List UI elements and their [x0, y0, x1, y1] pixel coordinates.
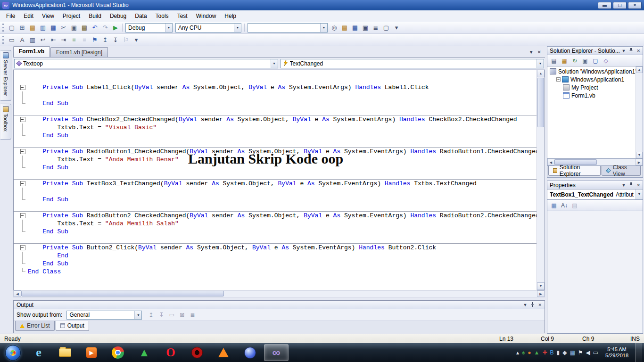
tree-collapse-icon[interactable]: − — [556, 77, 561, 82]
comment-selection-icon[interactable]: ≡ — [69, 35, 79, 45]
solution-explorer-vertical-scrollbar[interactable]: ▲ ▼ — [636, 66, 643, 158]
tray-app-icon-1[interactable]: ♠ — [522, 350, 525, 355]
menu-item-project[interactable]: Project — [58, 11, 84, 21]
action-center-icon[interactable]: ⚑ — [578, 350, 583, 355]
code-line[interactable]: Private Sub RadioButton2_CheckedChanged(… — [14, 212, 537, 220]
chevron-down-icon[interactable]: ▼ — [320, 24, 327, 32]
chevron-down-icon[interactable]: ▼ — [636, 189, 643, 199]
menu-item-data[interactable]: Data — [131, 11, 151, 21]
go-to-message-icon[interactable]: ▭ — [167, 311, 176, 319]
code-line[interactable]: End Sub — [14, 228, 537, 236]
find-in-files-icon[interactable]: ◎ — [329, 23, 339, 33]
window-position-icon[interactable]: ▼ — [622, 183, 626, 188]
menu-item-debug[interactable]: Debug — [106, 11, 131, 21]
view-designer-icon[interactable]: ▢ — [591, 57, 600, 65]
maximize-button[interactable]: ▢ — [613, 2, 627, 9]
undo-icon[interactable]: ↶ — [90, 23, 100, 33]
solution-configurations-dropdown[interactable]: Debug▼ — [125, 23, 173, 33]
display-word-completion-icon[interactable]: ↩ — [38, 35, 48, 45]
menu-item-edit[interactable]: Edit — [19, 11, 38, 21]
chevron-down-icon[interactable]: ▼ — [234, 24, 241, 32]
view-class-diagram-icon[interactable]: ◇ — [601, 57, 611, 65]
active-files-dropdown-icon[interactable]: ▼ — [529, 49, 534, 55]
fold-collapse-icon[interactable] — [14, 115, 28, 123]
cut-icon[interactable]: ✂ — [58, 23, 69, 33]
object-browser-icon[interactable]: ▣ — [360, 23, 371, 33]
taskbar-app-chrome[interactable] — [106, 344, 130, 361]
taskbar-app-opera[interactable]: O — [158, 344, 183, 361]
close-panel-icon[interactable]: ✕ — [636, 183, 640, 188]
taskbar-app-blue-app[interactable] — [238, 344, 262, 361]
fold-collapse-icon[interactable] — [14, 148, 28, 156]
chevron-down-icon[interactable]: ▼ — [271, 59, 278, 68]
solution-explorer-icon[interactable]: ▤ — [339, 23, 350, 33]
volume-icon[interactable]: ◀ — [586, 350, 590, 355]
auto-hide-pin-icon[interactable] — [629, 48, 633, 54]
save-all-icon[interactable]: ▦ — [48, 23, 58, 33]
code-line[interactable]: End Sub — [14, 196, 537, 204]
show-all-files-icon[interactable]: ▦ — [560, 57, 569, 65]
taskbar-app-visual-studio[interactable]: ∞ — [264, 344, 289, 361]
scroll-right-icon[interactable]: ▶ — [636, 159, 643, 165]
scroll-left-icon[interactable]: ◀ — [14, 290, 21, 297]
find-combo[interactable]: ▼ — [248, 23, 328, 33]
chevron-down-icon[interactable]: ▼ — [537, 59, 544, 68]
toolbar-options-icon[interactable]: ▾ — [131, 35, 141, 45]
display-quick-info-icon[interactable]: ▥ — [27, 35, 38, 45]
fold-collapse-icon[interactable] — [14, 244, 28, 252]
code-line[interactable]: End Sub — [14, 99, 537, 107]
tree-item-form1-vb[interactable]: Form1.vb — [547, 91, 636, 99]
taskbar-app-green-app[interactable]: ▲ — [132, 344, 157, 361]
open-file-icon[interactable]: ▤ — [27, 23, 38, 33]
tree-item-my-project[interactable]: My Project — [547, 83, 636, 91]
code-line[interactable]: Private Sub Button2_Click(ByVal sender A… — [14, 244, 537, 252]
panel-tab-solution-explorer[interactable]: Solution Explorer — [548, 166, 601, 176]
menu-item-view[interactable]: View — [38, 11, 58, 21]
tray-app-icon-3[interactable]: ▲ — [534, 350, 540, 355]
code-line[interactable]: Txtvb.Text = "Visual Basic" — [14, 123, 537, 132]
redo-icon[interactable]: ↷ — [100, 23, 110, 33]
events-dropdown[interactable]: TextChanged ▼ — [281, 59, 545, 68]
code-line[interactable] — [14, 188, 537, 196]
start-button[interactable] — [0, 345, 25, 361]
taskbar-app-vlc[interactable] — [211, 344, 236, 361]
close-panel-icon[interactable]: ✕ — [538, 303, 542, 307]
show-desktop-button[interactable] — [636, 343, 642, 362]
menu-item-window[interactable]: Window — [192, 11, 221, 21]
close-button[interactable]: ✕ — [628, 2, 642, 9]
toolbar-options-icon[interactable]: ▾ — [391, 23, 402, 33]
toolbox-icon[interactable]: ≣ — [371, 23, 381, 33]
code-line[interactable] — [14, 172, 537, 180]
toggle-word-wrap-icon[interactable]: ≣ — [188, 311, 197, 319]
start-debugging-icon[interactable]: ▶ — [110, 23, 121, 33]
scroll-down-icon[interactable]: ▼ — [636, 152, 643, 158]
scroll-down-icon[interactable]: ▼ — [537, 282, 545, 290]
panel-tab-class-view[interactable]: Class View — [602, 166, 641, 176]
increase-indent-icon[interactable]: ⇥ — [58, 35, 69, 45]
chevron-down-icon[interactable]: ▼ — [165, 24, 172, 32]
menu-item-file[interactable]: File — [2, 11, 19, 21]
taskbar-clock[interactable]: 5:45 AM 5/29/2018 — [601, 346, 633, 359]
document-tab-form1-vb-design-[interactable]: Form1.vb [Design] — [50, 47, 108, 57]
editor-horizontal-scrollbar[interactable]: ◀ ▶ — [13, 290, 545, 297]
fold-collapse-icon[interactable] — [14, 212, 28, 220]
auto-hide-pin-icon[interactable] — [629, 182, 633, 188]
scroll-up-icon[interactable]: ▲ — [537, 70, 545, 77]
scroll-right-icon[interactable]: ▶ — [537, 290, 545, 297]
code-line[interactable] — [14, 236, 537, 244]
code-line[interactable] — [14, 204, 537, 212]
close-panel-icon[interactable]: ✕ — [636, 49, 640, 53]
window-position-icon[interactable]: ▼ — [523, 303, 528, 307]
code-line[interactable]: Private Sub CheckBox2_CheckedChanged(ByV… — [14, 115, 537, 123]
code-line[interactable] — [14, 75, 537, 83]
toolbar-grip[interactable] — [2, 36, 4, 44]
menu-item-help[interactable]: Help — [220, 11, 240, 21]
taskbar-app-internet-explorer[interactable]: e — [26, 344, 51, 361]
tree-item-solution-windowsapplication1-[interactable]: Solution 'WindowsApplication1' — [547, 67, 636, 75]
window-position-icon[interactable]: ▼ — [622, 49, 626, 53]
code-line[interactable]: End — [14, 252, 537, 260]
paste-icon[interactable]: ▤ — [79, 23, 90, 33]
previous-bookmark-icon[interactable]: ↥ — [100, 35, 110, 45]
code-line[interactable]: End Sub — [14, 132, 537, 140]
tray-app-icon-4[interactable]: ✚ — [542, 350, 547, 355]
